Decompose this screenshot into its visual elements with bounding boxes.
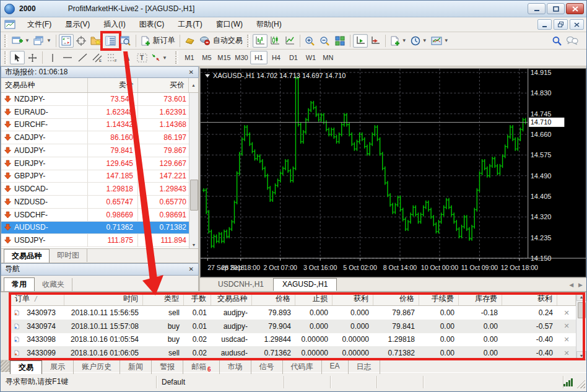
- scroll-down-icon[interactable]: ▼: [576, 351, 586, 360]
- column-ask[interactable]: 买价: [138, 78, 189, 92]
- strategy-tester-button[interactable]: [118, 34, 133, 48]
- terminal-tab-journal[interactable]: 日志: [349, 360, 380, 374]
- cursor-tool-button[interactable]: [10, 51, 25, 64]
- terminal-scrollbar[interactable]: ▲ ▼: [576, 292, 586, 360]
- order-close-icon[interactable]: ✕: [557, 336, 576, 344]
- menu-item-window[interactable]: 窗口(W): [209, 17, 250, 32]
- orders-column-4[interactable]: 交易品种: [211, 292, 252, 305]
- timeframe-d1[interactable]: D1: [285, 51, 302, 64]
- toolbar-grip[interactable]: [175, 51, 178, 64]
- auto-scroll-button[interactable]: [353, 34, 368, 48]
- toolbar-grip[interactable]: [247, 35, 250, 47]
- terminal-tab-news[interactable]: 新闻: [120, 360, 152, 374]
- terminal-tab-market[interactable]: 市场: [220, 360, 251, 374]
- arrows-tool-button[interactable]: ▼: [149, 51, 169, 64]
- timeframe-mn[interactable]: MN: [320, 51, 337, 64]
- quote-row[interactable]: EURCHF-1.143421.14368: [1, 119, 198, 132]
- chart-minimize-button[interactable]: [537, 19, 552, 30]
- quote-row[interactable]: USDCAD-1.298181.29843: [1, 183, 198, 196]
- timeframe-h4[interactable]: H4: [267, 51, 285, 64]
- terminal-tab-ea[interactable]: EA: [322, 360, 349, 374]
- menu-item-view[interactable]: 显示(V): [58, 17, 97, 32]
- scroll-right-icon[interactable]: ▶: [578, 282, 583, 288]
- text-label-tool-button[interactable]: T: [134, 51, 149, 64]
- quote-row[interactable]: NZDUSD-0.657470.65770: [1, 196, 198, 209]
- orders-column-1[interactable]: 时间: [64, 292, 143, 305]
- terminal-tab-account-history[interactable]: 账户历史: [74, 360, 120, 374]
- scrollbar-thumb[interactable]: [190, 180, 198, 211]
- quote-row[interactable]: NZDJPY-73.54473.601: [1, 93, 198, 106]
- quote-row[interactable]: EURAUD-1.623481.62391: [1, 106, 198, 119]
- symbol-dropdown-icon[interactable]: [205, 74, 210, 77]
- quote-row[interactable]: EURJPY-129.645129.667: [1, 157, 198, 170]
- crosshair-tool-button[interactable]: [25, 51, 40, 64]
- periods-button[interactable]: ▼: [409, 34, 429, 48]
- menu-item-file[interactable]: 文件(F): [20, 17, 58, 32]
- order-close-icon[interactable]: ✕: [557, 309, 576, 317]
- toolbar-grip[interactable]: [4, 51, 7, 64]
- quote-row[interactable]: AUDUSD-0.713620.71382: [1, 222, 198, 235]
- chart-close-button[interactable]: [570, 19, 584, 30]
- chart-tab[interactable]: USDCNH-,H1: [209, 278, 273, 291]
- close-button[interactable]: [566, 3, 584, 14]
- quote-row[interactable]: CADJPY-86.16086.197: [1, 131, 198, 144]
- orders-column-11[interactable]: 获利: [502, 292, 557, 305]
- terminal-grip[interactable]: [1, 292, 11, 360]
- order-row[interactable]: 34309732018.10.11 15:56:55sell0.01audjpy…: [11, 306, 576, 320]
- vertical-line-tool-button[interactable]: [45, 51, 60, 64]
- channel-tool-button[interactable]: E: [90, 51, 105, 64]
- terminal-tab-signals[interactable]: 信号: [251, 360, 283, 374]
- column-bid[interactable]: 卖价: [88, 78, 138, 92]
- zoom-out-button[interactable]: [318, 34, 333, 48]
- candlestick-type-button[interactable]: [267, 34, 282, 48]
- order-close-icon[interactable]: ✕: [557, 349, 576, 357]
- orders-column-8[interactable]: 价格: [373, 292, 419, 305]
- chart-tab[interactable]: XAGUSD-,H1: [273, 278, 337, 291]
- navigator-tab-common[interactable]: 常用: [4, 277, 35, 291]
- order-row[interactable]: 34309742018.10.11 15:57:08buy0.01audjpy-…: [11, 320, 576, 333]
- terminal-tab-trade[interactable]: 交易: [10, 360, 42, 374]
- order-row[interactable]: 34330982018.10.16 01:05:54buy0.02usdcad-…: [11, 333, 576, 347]
- timeframe-h1[interactable]: H1: [250, 51, 267, 64]
- community-chat-icon[interactable]: [564, 34, 580, 48]
- timeframe-m15[interactable]: M15: [215, 51, 233, 64]
- indicators-button[interactable]: ▼: [388, 34, 409, 48]
- scroll-down-icon[interactable]: ▼: [192, 243, 196, 247]
- orders-column-0[interactable]: 订单/: [11, 292, 64, 305]
- data-window-button[interactable]: [74, 34, 89, 48]
- autotrade-button[interactable]: 自动交易: [198, 34, 245, 48]
- orders-column-7[interactable]: 获利: [333, 292, 373, 305]
- column-symbol[interactable]: 交易品种: [1, 78, 88, 92]
- trendline-tool-button[interactable]: [75, 51, 90, 64]
- terminal-tab-mailbox[interactable]: 邮箱6: [183, 360, 220, 374]
- tile-windows-button[interactable]: [333, 34, 347, 48]
- terminal-toggle[interactable]: [103, 34, 118, 48]
- terminal-tab-alerts[interactable]: 警报: [152, 360, 183, 374]
- menu-item-help[interactable]: 帮助(H): [250, 17, 289, 32]
- chart-restore-button[interactable]: [554, 19, 568, 30]
- new-chart-button[interactable]: ▼: [10, 34, 32, 48]
- fibonacci-tool-button[interactable]: F: [105, 51, 120, 64]
- orders-column-6[interactable]: 止损: [295, 292, 333, 305]
- scroll-left-icon[interactable]: ◀: [569, 282, 573, 288]
- close-icon[interactable]: ✕: [187, 266, 196, 272]
- terminal-tab-code-base[interactable]: 代码库: [283, 360, 322, 374]
- timeframe-w1[interactable]: W1: [302, 51, 320, 64]
- quote-row[interactable]: USDJPY-111.875111.894: [1, 234, 198, 247]
- templates-button[interactable]: ▼: [429, 34, 451, 48]
- search-icon[interactable]: [549, 34, 564, 48]
- bar-chart-type-button[interactable]: [253, 34, 267, 48]
- scroll-up-icon[interactable]: ▲: [576, 292, 586, 301]
- terminal-tab-exposure[interactable]: 展示: [42, 360, 74, 374]
- text-tool-button[interactable]: A: [120, 51, 134, 64]
- metaeditor-button[interactable]: [183, 34, 198, 48]
- line-chart-type-button[interactable]: [282, 34, 297, 48]
- resize-grip[interactable]: [576, 380, 585, 388]
- menu-item-insert[interactable]: 插入(I): [97, 17, 132, 32]
- orders-column-9[interactable]: 手续费: [419, 292, 459, 305]
- order-close-icon[interactable]: ✕: [557, 322, 576, 330]
- quote-row[interactable]: USDCHF-0.986690.98691: [1, 209, 198, 222]
- zoom-in-button[interactable]: [303, 34, 318, 48]
- market-watch-scrollbar[interactable]: ▼: [189, 93, 198, 248]
- minimize-button[interactable]: [528, 3, 546, 14]
